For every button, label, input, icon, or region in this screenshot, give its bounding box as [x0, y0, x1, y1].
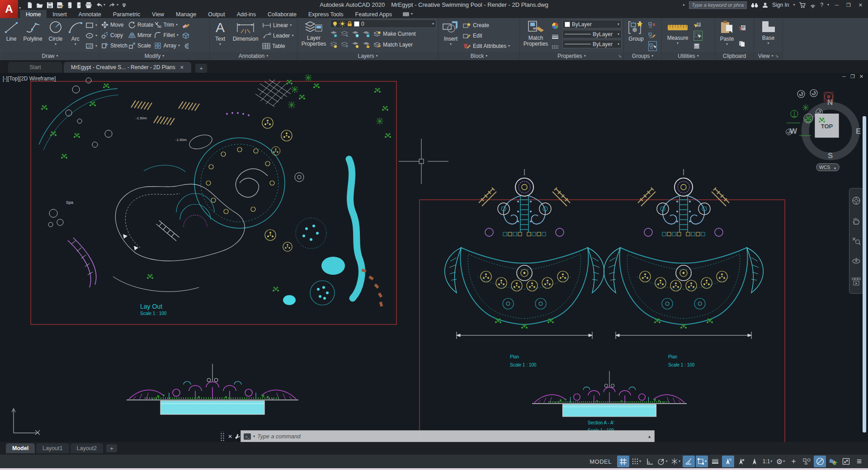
trim-button[interactable]: Trim▾	[154, 20, 180, 30]
ribbon-tab-insert[interactable]: Insert	[47, 10, 72, 18]
quick-calculator-icon[interactable]	[693, 41, 703, 51]
layer-isolate-icon[interactable]	[341, 31, 349, 38]
ribbon-tab-view[interactable]: View	[146, 10, 170, 18]
command-close-icon[interactable]: ✕	[228, 433, 232, 440]
group-selection-icon[interactable]	[648, 41, 657, 51]
linetype-dropdown[interactable]: ByLayer▾	[562, 40, 622, 48]
edit-block-icon[interactable]: Edit	[463, 31, 510, 41]
signin-caret-icon[interactable]: ▾	[793, 3, 795, 7]
navigation-wheel-icon[interactable]	[852, 196, 861, 205]
vertical-scrollbar[interactable]	[863, 116, 866, 432]
snap-mode-toggle[interactable]: ▾	[630, 456, 642, 467]
stretch-button[interactable]: Stretch	[101, 41, 127, 51]
text-button[interactable]: AText▾	[212, 19, 229, 52]
signin-label[interactable]: Sign In	[772, 2, 789, 8]
make-current-button[interactable]: Make Current	[373, 29, 416, 39]
mirror-button[interactable]: Mirror	[128, 30, 153, 40]
ribbon-tab-express-tools[interactable]: Express Tools	[302, 10, 349, 18]
showmotion-icon[interactable]	[852, 277, 861, 286]
graphics-performance-button[interactable]	[827, 456, 839, 467]
ribbon-tab-parametric[interactable]: Parametric	[107, 10, 146, 18]
match-properties-button[interactable]: Match Properties	[522, 19, 550, 52]
ribbon-tab-annotate[interactable]: Annotate	[73, 10, 107, 18]
annotation-visibility-toggle[interactable]	[722, 456, 734, 467]
viewport-controls-label[interactable]: [-][Top][2D Wireframe]	[3, 75, 56, 82]
panel-label-groups[interactable]: Groups▾	[624, 52, 661, 60]
group-button[interactable]: Group	[626, 19, 646, 52]
ribbon-tab-featured-apps[interactable]: Featured Apps	[349, 10, 398, 18]
new-drawing-tab-button[interactable]: +	[195, 64, 207, 73]
panel-label-annotation[interactable]: Annotation▾	[210, 52, 297, 60]
doc-minimize-icon[interactable]: ─	[842, 74, 846, 80]
qat-customize-icon[interactable]	[122, 3, 127, 8]
lineweight-icon[interactable]	[552, 34, 559, 40]
linear-dimension-icon[interactable]: Linear▾	[262, 20, 293, 30]
command-dock-grip[interactable]	[220, 432, 224, 442]
color-wheel-icon[interactable]	[552, 22, 559, 29]
command-recent-caret-icon[interactable]: ▾	[253, 435, 255, 438]
layer-freeze-icon[interactable]	[352, 31, 359, 38]
lineweight-dropdown[interactable]: ByLayer▾	[562, 30, 622, 38]
object-color-dropdown[interactable]: ByLayer▾	[562, 20, 622, 28]
panel-label-view[interactable]: View▾⇘	[754, 52, 783, 60]
save-to-web-mobile-icon[interactable]	[76, 2, 82, 9]
layout-tab-layout2[interactable]: Layout2	[71, 443, 103, 453]
dimension-button[interactable]: Dimension	[231, 19, 260, 52]
open-from-web-mobile-icon[interactable]	[67, 2, 73, 9]
doc-restore-icon[interactable]: ❐	[850, 74, 855, 80]
edit-attributes-icon[interactable]: Edit Attributes▾	[463, 41, 510, 51]
open-icon[interactable]	[36, 2, 43, 9]
panel-label-properties[interactable]: Properties▾⇘	[520, 52, 623, 60]
fullscreen-button[interactable]	[840, 456, 852, 467]
ortho-mode-toggle[interactable]	[643, 456, 656, 467]
view-launcher-icon[interactable]: ⇘	[775, 54, 779, 58]
command-input[interactable]	[257, 433, 645, 440]
orbit-icon[interactable]	[852, 257, 861, 265]
doc-close-icon[interactable]: ✕	[859, 74, 863, 80]
ungroup-icon[interactable]	[648, 20, 657, 30]
annotation-autoscale-toggle[interactable]	[735, 456, 747, 467]
window-close-icon[interactable]: ✕	[857, 2, 864, 8]
ribbon-tab-home[interactable]: Home	[20, 10, 47, 18]
cut-icon[interactable]	[739, 23, 746, 33]
model-space-label[interactable]: MODEL	[590, 458, 612, 465]
move-button[interactable]: Move	[101, 20, 127, 30]
arc-button[interactable]: Arc▾	[67, 19, 84, 52]
layer-unlock-icon[interactable]	[363, 42, 370, 48]
stay-connected-icon[interactable]	[810, 2, 816, 8]
panel-label-modify[interactable]: Modify▾	[99, 52, 209, 60]
offset-icon[interactable]	[182, 41, 190, 51]
window-maximize-icon[interactable]: ❐	[844, 2, 853, 8]
panel-label-clipboard[interactable]: Clipboard	[715, 52, 754, 60]
save-as-icon[interactable]	[57, 2, 64, 9]
group-edit-icon[interactable]	[648, 31, 657, 41]
customization-menu-button[interactable]: ≡	[853, 456, 865, 467]
table-icon[interactable]: Table	[262, 41, 293, 51]
layer-unisolate-icon[interactable]	[341, 42, 349, 48]
annotation-scale-button[interactable]	[748, 456, 760, 467]
drawing-canvas[interactable]: W E S N TOP WCS ▾ [-][Top][2D Wireframe]…	[0, 73, 868, 455]
explode-icon[interactable]	[182, 31, 190, 41]
insert-button[interactable]: Insert▾	[440, 19, 461, 52]
lineweight-display-toggle[interactable]	[709, 456, 721, 467]
match-layer-button[interactable]: Match Layer	[373, 40, 413, 50]
layer-thaw-all-icon[interactable]	[352, 42, 359, 48]
layer-off-icon[interactable]	[330, 31, 338, 38]
layout-tab-layout1[interactable]: Layout1	[36, 443, 69, 453]
line-button[interactable]: Line	[3, 19, 20, 52]
window-minimize-icon[interactable]: ─	[833, 2, 840, 8]
object-snap-toggle[interactable]: ▾	[696, 456, 708, 467]
search-collapse-icon[interactable]: ▸	[683, 3, 685, 7]
plot-icon[interactable]	[85, 2, 92, 9]
measure-button[interactable]: Measure▾	[664, 19, 692, 52]
help-caret-icon[interactable]: ▾	[827, 3, 829, 7]
rotate-button[interactable]: Rotate	[128, 20, 153, 30]
panel-label-block[interactable]: Block▾	[439, 52, 519, 60]
redo-icon[interactable]: ▾	[108, 2, 118, 8]
clean-screen-slash-button[interactable]	[814, 456, 826, 467]
rectangle-tool-icon[interactable]: ▾	[85, 20, 97, 30]
file-tab-document[interactable]: MrEgypt - Creative S... - Render - 2D Pl…	[64, 62, 191, 73]
search-binoculars-icon[interactable]	[751, 2, 758, 8]
polar-tracking-toggle[interactable]: ▾	[656, 456, 669, 467]
quick-select-icon[interactable]	[693, 31, 703, 41]
